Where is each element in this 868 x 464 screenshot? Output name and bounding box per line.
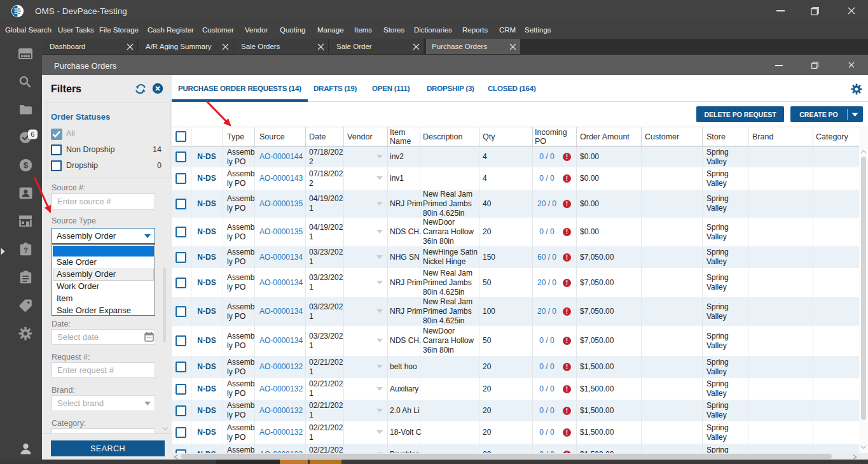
- svg-text:?: ?: [24, 246, 28, 254]
- svg-text:6: 6: [31, 130, 34, 138]
- svg-text:$: $: [24, 160, 29, 170]
